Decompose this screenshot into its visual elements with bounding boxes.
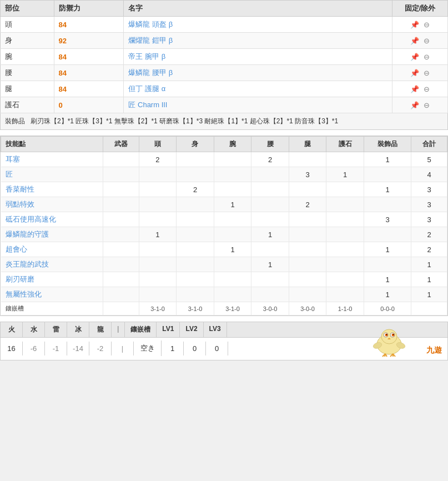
slots-weapon bbox=[103, 302, 139, 315]
skill-cell-arm: 1 bbox=[214, 242, 251, 257]
skill-cell-body bbox=[177, 212, 214, 227]
equip-row: 護石 0 匠 Charm III 📌 ⊖ bbox=[1, 97, 448, 113]
skill-cell-waist bbox=[251, 242, 289, 257]
skill-cell-head bbox=[139, 287, 177, 302]
equip-defense: 84 bbox=[54, 17, 124, 33]
skill-cell-deco bbox=[364, 197, 411, 212]
skill-cell-head bbox=[139, 182, 177, 197]
equip-actions: 📌 ⊖ bbox=[392, 81, 448, 97]
skill-cell-charm: 1 bbox=[326, 167, 364, 182]
skills-table: 技能點武器頭身腕腰腿護石裝飾品合計 耳塞2215匠314香菜耐性213弱點特效1… bbox=[1, 136, 447, 315]
skill-col-4: 腕 bbox=[214, 137, 251, 152]
skill-cell-total: 2 bbox=[411, 227, 447, 242]
skill-cell-total: 4 bbox=[411, 167, 447, 182]
equip-row: 腕 84 帝王 腕甲 β 📌 ⊖ bbox=[1, 49, 448, 65]
equip-defense: 0 bbox=[54, 97, 124, 113]
slots-cell-5: 1-1-0 bbox=[326, 302, 364, 315]
skill-cell-name: 無屬性強化 bbox=[1, 287, 103, 302]
remove-icon[interactable]: ⊖ bbox=[424, 37, 430, 45]
skill-cell-leg bbox=[289, 287, 326, 302]
pin-icon[interactable]: 📌 bbox=[410, 37, 419, 45]
lv1-value: 1 bbox=[162, 342, 184, 355]
remove-icon[interactable]: ⊖ bbox=[424, 101, 430, 109]
skill-cell-name: 弱點特效 bbox=[1, 197, 103, 212]
remove-icon[interactable]: ⊖ bbox=[424, 21, 430, 29]
skill-col-8: 裝飾品 bbox=[364, 137, 411, 152]
skill-cell-weapon bbox=[103, 167, 139, 182]
pin-icon[interactable]: 📌 bbox=[410, 101, 419, 109]
lv1-header: LV1 bbox=[157, 322, 180, 337]
skill-cell-body bbox=[177, 197, 214, 212]
equip-defense: 92 bbox=[54, 33, 124, 49]
equip-actions: 📌 ⊖ bbox=[392, 33, 448, 49]
skill-cell-arm bbox=[214, 287, 251, 302]
equip-actions: 📌 ⊖ bbox=[392, 97, 448, 113]
elem-header-龍: 龍 bbox=[89, 322, 112, 337]
slots-label: 鑲嵌槽 bbox=[1, 302, 103, 315]
skill-cell-deco: 3 bbox=[364, 212, 411, 227]
skill-col-7: 護石 bbox=[326, 137, 364, 152]
skill-cell-charm bbox=[326, 212, 364, 227]
col-fixed: 固定/除外 bbox=[392, 1, 448, 17]
skill-cell-total: 2 bbox=[411, 242, 447, 257]
skill-row: 弱點特效123 bbox=[1, 197, 447, 212]
equip-name: 帝王 腕甲 β bbox=[124, 49, 392, 65]
elem-value-1: -6 bbox=[23, 342, 45, 355]
skill-col-0: 技能點 bbox=[1, 137, 103, 152]
equip-actions: 📌 ⊖ bbox=[392, 17, 448, 33]
slots-cell-4: 3-0-0 bbox=[289, 302, 326, 315]
mascot-container bbox=[370, 327, 409, 357]
watermark: 九遊 bbox=[426, 345, 442, 355]
skill-cell-arm bbox=[214, 152, 251, 167]
elem-value-0: 16 bbox=[1, 342, 23, 355]
skill-row: 無屬性強化11 bbox=[1, 287, 447, 302]
skill-cell-waist: 1 bbox=[251, 227, 289, 242]
skill-cell-deco: 1 bbox=[364, 272, 411, 287]
skill-cell-charm bbox=[326, 242, 364, 257]
pin-icon[interactable]: 📌 bbox=[410, 21, 419, 29]
skill-col-1: 武器 bbox=[103, 137, 139, 152]
skill-cell-total: 3 bbox=[411, 212, 447, 227]
skill-cell-total: 1 bbox=[411, 257, 447, 272]
equip-row: 腰 84 爆鱗龍 腰甲 β 📌 ⊖ bbox=[1, 65, 448, 81]
equip-defense: 84 bbox=[54, 65, 124, 81]
skill-cell-weapon bbox=[103, 272, 139, 287]
skill-cell-waist bbox=[251, 167, 289, 182]
equip-row: 腿 84 但丁 護腿 α 📌 ⊖ bbox=[1, 81, 448, 97]
skill-cell-arm bbox=[214, 212, 251, 227]
skill-cell-weapon bbox=[103, 257, 139, 272]
pin-icon[interactable]: 📌 bbox=[410, 53, 419, 61]
slots-cell-0: 3-1-0 bbox=[139, 302, 177, 315]
skill-cell-body bbox=[177, 227, 214, 242]
equip-part: 護石 bbox=[1, 97, 54, 113]
pin-icon[interactable]: 📌 bbox=[410, 85, 419, 93]
col-name: 名字 bbox=[124, 1, 392, 17]
skill-cell-deco: 1 bbox=[364, 182, 411, 197]
skill-cell-name: 耳塞 bbox=[1, 152, 103, 167]
skill-cell-leg bbox=[289, 152, 326, 167]
skill-cell-name: 砥石使用高速化 bbox=[1, 212, 103, 227]
lv3-header: LV3 bbox=[204, 322, 227, 337]
equip-actions: 📌 ⊖ bbox=[392, 49, 448, 65]
skill-cell-weapon bbox=[103, 287, 139, 302]
remove-icon[interactable]: ⊖ bbox=[424, 85, 430, 93]
equip-name: 匠 Charm III bbox=[124, 97, 392, 113]
skill-cell-head bbox=[139, 272, 177, 287]
skill-cell-charm bbox=[326, 287, 364, 302]
skill-cell-leg bbox=[289, 182, 326, 197]
skill-cell-waist bbox=[251, 197, 289, 212]
skill-cell-charm bbox=[326, 152, 364, 167]
skill-cell-waist bbox=[251, 182, 289, 197]
remove-icon[interactable]: ⊖ bbox=[424, 69, 430, 77]
skill-cell-waist bbox=[251, 212, 289, 227]
skill-cell-waist bbox=[251, 287, 289, 302]
equip-part: 腕 bbox=[1, 49, 54, 65]
pin-icon[interactable]: 📌 bbox=[410, 69, 419, 77]
skill-cell-charm bbox=[326, 272, 364, 287]
remove-icon[interactable]: ⊖ bbox=[424, 53, 430, 61]
slots-cell-2: 3-1-0 bbox=[214, 302, 251, 315]
skill-cell-arm bbox=[214, 257, 251, 272]
lv3-value: 0 bbox=[206, 342, 228, 355]
lv2-value: 0 bbox=[184, 342, 206, 355]
equip-name: 爆鱗龍 腰甲 β bbox=[124, 65, 392, 81]
